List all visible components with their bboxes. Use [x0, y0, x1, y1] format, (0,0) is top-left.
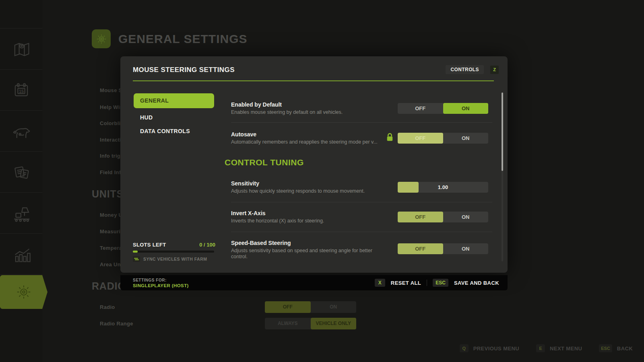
- toggle-on-button[interactable]: ON: [443, 212, 489, 222]
- setting-title-enabled-by-default: Enabled by Default: [231, 101, 282, 108]
- dialog-title: MOUSE STEERING SETTINGS: [133, 66, 235, 74]
- general-settings-icon: [92, 29, 111, 48]
- mouse-steering-settings-dialog: MOUSE STEERING SETTINGS CONTROLS Z GENER…: [120, 56, 508, 273]
- contracts-icon: [11, 162, 32, 183]
- sidebar-item-map: [0, 29, 42, 69]
- setting-title-sensitivity: Sensitivity: [231, 180, 259, 187]
- key-badge-esc: ESC: [599, 344, 612, 352]
- svg-text:15: 15: [19, 89, 23, 94]
- sidebar: 15: [0, 0, 42, 362]
- settings-for-block: SETTINGS FOR: SINGLEPLAYER (HOST): [133, 278, 189, 288]
- setting-desc-invert-x-axis: Inverts the horizontal (X) axis for stee…: [231, 218, 392, 224]
- setting-desc-speed-based-steering: Adjusts sensitivity based on speed and s…: [231, 248, 388, 260]
- sync-vehicles-label: SYNC VEHICLES WITH FARM: [143, 257, 207, 261]
- toggle-on-button[interactable]: ON: [443, 103, 489, 114]
- bg-setting-label: Money U: [100, 212, 122, 218]
- toggle-on-button[interactable]: ON: [443, 243, 489, 254]
- key-badge-esc: ESC: [433, 279, 448, 287]
- bg-radio-range-toggle: ALWAYS VEHICLE ONLY: [265, 318, 356, 329]
- slots-left-value: 0 / 100: [199, 242, 215, 248]
- bg-toggle-vehicle-only: VEHICLE ONLY: [311, 318, 357, 329]
- gear-icon: [95, 33, 107, 45]
- bg-setting-label: Radio Range: [100, 321, 133, 327]
- key-badge-previous: Q: [460, 344, 469, 352]
- save-and-back-button[interactable]: SAVE AND BACK: [454, 280, 499, 286]
- animals-icon: [10, 120, 32, 142]
- setting-desc-enabled-by-default: Enables mouse steering by default on all…: [231, 109, 392, 115]
- toggle-off-button[interactable]: OFF: [398, 133, 443, 144]
- previous-menu-label: PREVIOUS MENU: [473, 346, 519, 352]
- row-divider: [231, 122, 492, 123]
- dialog-footer-bar: SETTINGS FOR: SINGLEPLAYER (HOST) X RESE…: [120, 275, 508, 290]
- settings-for-value: SINGLEPLAYER (HOST): [133, 283, 189, 288]
- controls-shortcut[interactable]: CONTROLS Z: [446, 65, 499, 74]
- setting-title-speed-based-steering: Speed-Based Steering: [231, 240, 291, 246]
- sidebar-item-production: [0, 193, 42, 233]
- divider: [0, 28, 42, 29]
- scrollbar-track[interactable]: [502, 93, 503, 261]
- toggle-off-button[interactable]: OFF: [398, 212, 443, 222]
- next-menu-label: NEXT MENU: [550, 346, 582, 352]
- bg-setting-label: Help Win: [100, 104, 123, 110]
- bg-toggle-off: OFF: [265, 301, 311, 313]
- bg-setting-label: Radio: [100, 304, 115, 310]
- sidebar-item-animals: [0, 111, 42, 151]
- sidebar-item-calendar: 15: [0, 70, 42, 110]
- divider: [0, 151, 42, 152]
- sidebar-item-contracts: [0, 152, 42, 192]
- slots-progress-fill: [133, 251, 138, 253]
- toggle-invert-x-axis: OFF ON: [398, 212, 488, 222]
- toggle-speed-based-steering: OFF ON: [398, 243, 488, 254]
- page-title: GENERAL SETTINGS: [118, 32, 247, 46]
- divider: [0, 192, 42, 193]
- map-icon: [11, 39, 32, 60]
- sensitivity-slider[interactable]: 1.00: [398, 182, 488, 193]
- statistics-icon: [11, 244, 32, 265]
- toggle-on-button[interactable]: ON: [443, 133, 489, 144]
- bg-toggle-on: ON: [311, 301, 357, 313]
- settings-for-label: SETTINGS FOR:: [133, 278, 189, 282]
- setting-title-autosave: Autosave: [231, 131, 256, 138]
- bg-radio-toggle: OFF ON: [265, 301, 356, 313]
- divider: [0, 233, 42, 234]
- calendar-icon: 15: [11, 80, 32, 101]
- sync-vehicles-control[interactable]: SYNC VEHICLES WITH FARM: [133, 256, 207, 262]
- setting-desc-sensitivity: Adjusts how quickly steering responds to…: [231, 188, 392, 194]
- divider: [427, 280, 427, 286]
- sync-icon: [133, 256, 140, 262]
- divider: [0, 69, 42, 70]
- settings-icon: [14, 283, 33, 301]
- tab-hud[interactable]: HUD: [140, 114, 153, 121]
- tab-data-controls[interactable]: DATA CONTROLS: [140, 128, 190, 134]
- bg-toggle-always: ALWAYS: [265, 318, 311, 329]
- reset-all-button[interactable]: RESET ALL: [391, 280, 421, 286]
- toggle-off-button[interactable]: OFF: [398, 243, 443, 254]
- slider-value: 1.00: [398, 182, 488, 193]
- bg-section-units: UNITS: [92, 188, 124, 200]
- sidebar-item-settings: [0, 275, 47, 309]
- divider: [0, 110, 42, 111]
- sidebar-item-statistics: [0, 234, 42, 274]
- footer-actions: X RESET ALL ESC SAVE AND BACK: [375, 279, 499, 287]
- slots-left-row: SLOTS LEFT 0 / 100: [133, 242, 215, 248]
- key-badge-z: Z: [490, 66, 499, 74]
- setting-desc-autosave: Automatically remembers and reapplies th…: [231, 139, 392, 145]
- controls-label: CONTROLS: [446, 65, 484, 74]
- bottom-hint-bar: Q PREVIOUS MENU E NEXT MENU ESC BACK: [460, 343, 633, 354]
- setting-title-invert-x-axis: Invert X-Axis: [231, 210, 266, 216]
- back-label: BACK: [617, 346, 633, 352]
- row-divider: [231, 232, 492, 232]
- slots-left-label: SLOTS LEFT: [133, 242, 166, 248]
- slots-progress-bar: [133, 251, 214, 253]
- key-badge-next: E: [536, 344, 545, 352]
- tab-general[interactable]: GENERAL: [134, 93, 214, 108]
- lock-icon: [386, 133, 393, 143]
- toggle-autosave: OFF ON: [398, 133, 488, 144]
- row-divider: [231, 202, 492, 202]
- divider: [0, 274, 42, 275]
- key-badge-x: X: [375, 279, 385, 287]
- scrollbar-thumb[interactable]: [502, 93, 503, 171]
- toggle-enabled-by-default: OFF ON: [398, 103, 488, 114]
- header-underline: [133, 80, 494, 81]
- toggle-off-button[interactable]: OFF: [398, 103, 443, 114]
